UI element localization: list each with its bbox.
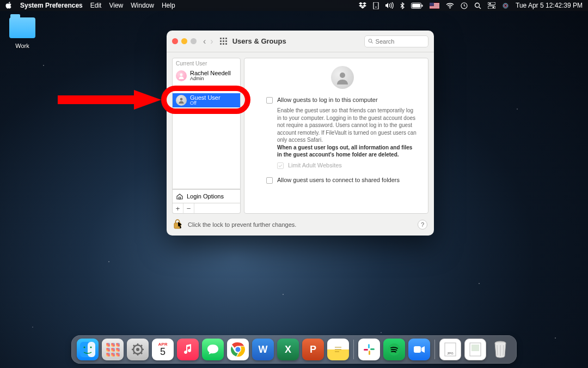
current-user-role: Admin xyxy=(190,76,231,82)
login-options-label: Login Options xyxy=(187,193,224,200)
user-avatar-icon xyxy=(176,70,187,81)
current-user-header: Current User xyxy=(173,58,240,69)
wifi-icon[interactable] xyxy=(446,3,454,9)
back-button[interactable]: ‹ xyxy=(202,37,207,46)
svg-point-27 xyxy=(90,347,92,348)
svg-point-10 xyxy=(489,3,491,4)
svg-point-5 xyxy=(450,7,451,8)
menubar-app-name[interactable]: System Preferences xyxy=(20,2,83,9)
dock-app-notes[interactable] xyxy=(327,339,349,360)
dock-app-launchpad[interactable] xyxy=(102,339,124,360)
bluetooth-icon[interactable] xyxy=(400,2,405,9)
menubar-menu-view[interactable]: View xyxy=(109,2,123,9)
window-title: Users & Groups xyxy=(232,37,286,45)
dock-app-chrome[interactable] xyxy=(227,339,249,360)
nav-buttons: ‹ › xyxy=(202,37,215,46)
dock-app-slack[interactable] xyxy=(358,339,380,360)
users-sidebar: Current User Rachel Needell Admin Other … xyxy=(172,58,241,214)
dock-file-2[interactable] xyxy=(464,339,486,360)
search-field[interactable] xyxy=(364,35,428,47)
dropbox-icon[interactable] xyxy=(359,2,366,9)
input-source-flag-icon[interactable] xyxy=(430,3,439,9)
svg-point-26 xyxy=(84,347,85,348)
window-toolbar: ‹ › Users & Groups xyxy=(167,31,434,52)
dock: APR 5 W X P JPG xyxy=(71,335,517,364)
zoom-window-button[interactable] xyxy=(191,38,197,44)
dock-app-word[interactable]: W xyxy=(252,339,274,360)
allow-guest-login-label: Allow guests to log in to this computer xyxy=(277,96,378,103)
svg-rect-9 xyxy=(488,2,495,5)
dock-app-spotify[interactable] xyxy=(383,339,405,360)
svg-text:JPG: JPG xyxy=(447,352,454,355)
allow-shared-folders-checkbox[interactable] xyxy=(266,177,273,184)
battery-icon[interactable] xyxy=(411,3,423,9)
svg-rect-46 xyxy=(369,351,370,355)
menubar-clock[interactable]: Tue Apr 5 12:42:39 PM xyxy=(516,2,583,9)
timemachine-icon[interactable] xyxy=(461,2,468,9)
backup-icon[interactable] xyxy=(373,2,379,9)
guest-user-detail-pane: Allow guests to log in to this computer … xyxy=(244,58,428,214)
svg-rect-47 xyxy=(364,349,368,351)
other-users-header: Other Users xyxy=(173,83,240,93)
svg-rect-11 xyxy=(488,6,495,9)
svg-rect-4 xyxy=(422,4,423,7)
menubar-menu-help[interactable]: Help xyxy=(162,2,175,9)
lock-icon[interactable] xyxy=(173,219,183,231)
remove-user-button[interactable]: − xyxy=(183,203,194,213)
dock-trash[interactable] xyxy=(489,339,511,360)
allow-shared-folders-label: Allow guest users to connect to shared f… xyxy=(277,177,400,183)
desktop-folder-work[interactable]: Work xyxy=(7,17,38,50)
folder-icon xyxy=(9,17,35,38)
dock-app-system-preferences[interactable] xyxy=(127,339,149,360)
svg-point-1 xyxy=(376,7,377,8)
dock-app-excel[interactable]: X xyxy=(277,339,299,360)
menubar-menu-edit[interactable]: Edit xyxy=(90,2,102,9)
desktop-folder-label: Work xyxy=(15,43,29,49)
spotlight-icon[interactable] xyxy=(474,2,481,9)
apple-menu-icon[interactable] xyxy=(5,2,13,9)
control-center-icon[interactable] xyxy=(488,2,495,9)
svg-rect-44 xyxy=(368,344,370,348)
dock-app-powerpoint[interactable]: P xyxy=(302,339,324,360)
search-input[interactable] xyxy=(376,38,425,45)
login-options-row[interactable]: Login Options xyxy=(172,189,241,203)
guest-large-avatar-icon xyxy=(331,66,354,89)
forward-button[interactable]: › xyxy=(209,37,214,46)
guest-avatar-icon xyxy=(176,95,187,106)
svg-point-7 xyxy=(475,3,480,7)
search-icon xyxy=(368,38,373,44)
svg-rect-53 xyxy=(471,345,479,351)
dock-separator xyxy=(353,340,354,359)
dock-app-music[interactable] xyxy=(177,339,199,360)
calendar-day: 5 xyxy=(160,347,166,357)
minimize-window-button[interactable] xyxy=(181,38,187,44)
limit-adult-websites-label: Limit Adult Websites xyxy=(288,162,342,168)
siri-icon[interactable] xyxy=(502,2,509,9)
house-icon xyxy=(176,192,183,200)
svg-rect-3 xyxy=(412,4,420,8)
svg-point-21 xyxy=(340,73,345,78)
system-preferences-window: ‹ › Users & Groups Current User Rachel N… xyxy=(167,31,434,236)
svg-line-17 xyxy=(371,42,373,44)
close-window-button[interactable] xyxy=(172,38,178,44)
dock-app-messages[interactable] xyxy=(202,339,224,360)
menubar-menu-window[interactable]: Window xyxy=(131,2,154,9)
svg-line-35 xyxy=(141,353,142,354)
guest-user-row[interactable]: Guest User Off xyxy=(173,93,240,107)
volume-icon[interactable] xyxy=(385,2,394,9)
dock-app-zoom[interactable] xyxy=(408,339,430,360)
current-user-row[interactable]: Rachel Needell Admin xyxy=(173,69,240,83)
dock-app-finder[interactable] xyxy=(77,339,99,360)
add-remove-user-controls: + − xyxy=(172,203,241,214)
add-user-button[interactable]: + xyxy=(173,203,183,213)
allow-guest-login-checkbox[interactable] xyxy=(266,97,273,104)
svg-point-12 xyxy=(493,7,494,8)
help-button[interactable]: ? xyxy=(418,220,427,230)
svg-line-37 xyxy=(141,345,142,346)
svg-line-36 xyxy=(133,353,134,354)
dock-app-calendar[interactable]: APR 5 xyxy=(152,339,174,360)
dock-file-1[interactable]: JPG xyxy=(439,339,461,360)
show-all-prefs-button[interactable] xyxy=(220,38,227,45)
svg-line-34 xyxy=(133,345,134,346)
guest-user-status: Off xyxy=(190,101,220,106)
